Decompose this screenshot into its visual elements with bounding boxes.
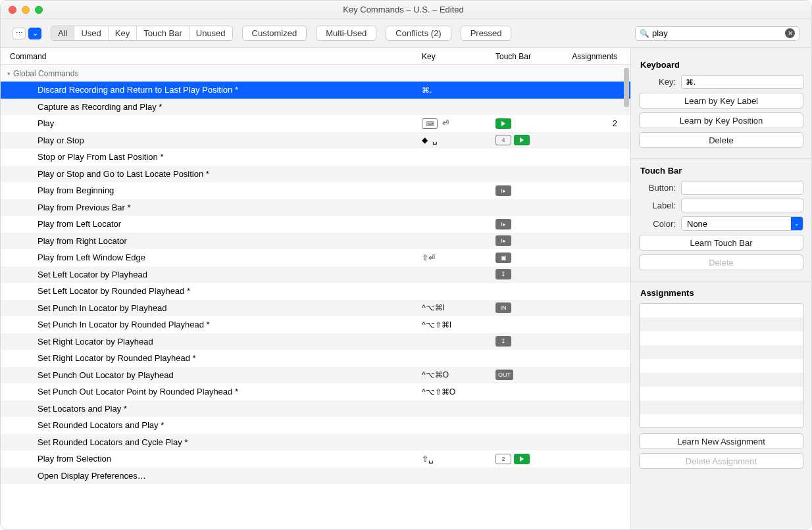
group-row[interactable]: ▾Global Commands — [1, 65, 630, 82]
command-name: Play — [38, 118, 422, 128]
filter-all[interactable]: All — [51, 26, 74, 40]
touchbar-locator-icon: ↧ — [495, 269, 511, 279]
command-name: Set Punch In Locator by Rounded Playhead… — [38, 320, 422, 329]
touchbar-section-title: Touch Bar — [640, 166, 803, 176]
key-stack-icon: ◆ — [422, 135, 428, 145]
table-body: ▾Global CommandsDiscard Recording and Re… — [1, 65, 630, 529]
label-label: Label: — [639, 201, 676, 210]
delete-touchbar-button[interactable]: Delete — [639, 254, 803, 270]
key-shortcut: ◆ ␣ — [422, 135, 495, 145]
table-row[interactable]: Capture as Recording and Play * — [1, 99, 630, 116]
close-button[interactable] — [9, 6, 16, 14]
filter-used[interactable]: Used — [74, 26, 108, 40]
learn-key-label-button[interactable]: Learn by Key Label — [639, 93, 803, 108]
assignments-list[interactable] — [639, 303, 803, 428]
multi-used-button[interactable]: Multi-Used — [316, 26, 376, 41]
command-name: Play from Left Locator — [38, 219, 422, 229]
touchbar-screen-icon: ▣ — [495, 253, 511, 263]
inspector-panel: Keyboard Key: ⌘. Learn by Key Label Lear… — [631, 48, 811, 529]
table-row[interactable]: Play from Right LocatorI▸ — [1, 233, 630, 250]
column-assignments[interactable]: Assignments — [568, 52, 630, 61]
table-row[interactable]: Discard Recording and Return to Last Pla… — [1, 82, 630, 99]
learn-touchbar-button[interactable]: Learn Touch Bar — [639, 235, 803, 251]
column-key[interactable]: Key — [422, 52, 495, 61]
delete-assignment-button[interactable]: Delete Assignment — [639, 453, 803, 469]
key-shortcut: ⌘. — [422, 85, 495, 95]
disclosure-triangle-icon: ▾ — [7, 70, 11, 77]
touchbar-in-icon: IN — [495, 302, 511, 313]
pressed-button[interactable]: Pressed — [461, 26, 512, 41]
command-name: Set Right Locator by Playhead — [38, 337, 422, 347]
scrollbar[interactable] — [624, 68, 629, 107]
assignments-section-title: Assignments — [640, 288, 803, 298]
table-row[interactable]: Set Punch Out Locator Point by Rounded P… — [1, 383, 630, 400]
touchbar-box-icon: 4 — [495, 135, 511, 145]
minimize-button[interactable] — [22, 6, 30, 14]
table-row[interactable]: Play from Left Window Edge⇧⏎▣ — [1, 249, 630, 266]
key-shortcut: ⇧␣ — [422, 454, 495, 464]
conflicts-button[interactable]: Conflicts (2) — [386, 26, 451, 41]
key-label: Key: — [639, 77, 676, 87]
key-field[interactable]: ⌘. — [681, 75, 803, 89]
filter-unused[interactable]: Unused — [190, 26, 232, 40]
filter-key[interactable]: Key — [109, 26, 137, 40]
color-label: Color: — [639, 219, 676, 229]
table-row[interactable]: Set Left Locator by Rounded Playhead * — [1, 283, 630, 300]
table-row[interactable]: Set Right Locator by Rounded Playhead * — [1, 350, 630, 367]
button-field[interactable] — [681, 181, 803, 195]
touchbar-cell: ▣ — [495, 253, 568, 263]
touchbar-play-icon: I▸ — [495, 235, 511, 246]
table-row[interactable]: Set Punch Out Locator by Playhead^⌥⌘OOUT — [1, 367, 630, 384]
table-row[interactable]: Play from Left LocatorI▸ — [1, 216, 630, 233]
table-row[interactable]: Play from BeginningI▸ — [1, 182, 630, 199]
touchbar-locator-icon: ↧ — [495, 336, 511, 347]
group-label: Global Commands — [13, 69, 78, 78]
table-row[interactable]: Stop or Play From Last Position * — [1, 149, 630, 166]
column-touch[interactable]: Touch Bar — [495, 52, 568, 61]
touchbar-cell: 4 — [495, 135, 568, 145]
search-field[interactable]: 🔍 ✕ — [635, 26, 799, 41]
touchbar-out-icon: OUT — [495, 370, 513, 380]
table-row[interactable]: Play or Stop and Go to Last Locate Posit… — [1, 166, 630, 183]
table-row[interactable]: Set Rounded Locators and Cycle Play * — [1, 434, 630, 451]
learn-key-position-button[interactable]: Learn by Key Position — [639, 112, 803, 128]
command-name: Play from Left Window Edge — [38, 253, 422, 262]
search-input[interactable] — [652, 28, 782, 38]
table-row[interactable]: Set Locators and Play * — [1, 400, 630, 418]
command-name: Set Punch Out Locator by Playhead — [38, 370, 422, 380]
table-row[interactable]: Set Right Locator by Playhead↧ — [1, 333, 630, 350]
table-row[interactable]: Play or Stop◆ ␣4 — [1, 132, 630, 149]
command-name: Stop or Play From Last Position * — [38, 152, 422, 162]
color-select[interactable]: None ⌄ — [681, 216, 803, 231]
clear-search-icon[interactable]: ✕ — [785, 28, 795, 38]
command-name: Play from Right Locator — [38, 236, 422, 246]
options-menu-button[interactable]: ⋯ — [13, 28, 26, 39]
touchbar-cell: ↧ — [495, 269, 568, 279]
key-shortcut: ⇧⏎ — [422, 253, 495, 262]
table-row[interactable]: Set Rounded Locators and Play * — [1, 417, 630, 434]
learn-assignment-button[interactable]: Learn New Assignment — [639, 433, 803, 449]
command-name: Play from Beginning — [38, 185, 422, 195]
search-icon: 🔍 — [640, 29, 649, 38]
key-shortcut: ^⌥⇧⌘I — [422, 320, 495, 329]
customized-button[interactable]: Customized — [242, 26, 307, 41]
filter-touch[interactable]: Touch Bar — [137, 26, 190, 40]
table-row[interactable]: Set Left Locator by Playhead↧ — [1, 266, 630, 283]
table-row[interactable]: Open Display Preferences… — [1, 468, 630, 485]
touchbar-play-icon — [514, 135, 530, 145]
touchbar-cell: I▸ — [495, 219, 568, 229]
table-row[interactable]: Set Punch In Locator by Rounded Playhead… — [1, 316, 630, 333]
table-row[interactable]: Play⌨ ⏎2 — [1, 115, 630, 132]
table-row[interactable]: Play from Previous Bar * — [1, 199, 630, 216]
zoom-button[interactable] — [35, 6, 43, 14]
options-dropdown-icon[interactable]: ⌄ — [28, 28, 41, 39]
label-field[interactable] — [681, 199, 803, 212]
delete-key-button[interactable]: Delete — [639, 132, 803, 148]
touchbar-play-icon — [514, 454, 530, 464]
table-row[interactable]: Set Punch In Locator by Playhead^⌥⌘IIN — [1, 300, 630, 317]
table-row[interactable]: Play from Selection⇧␣2 — [1, 450, 630, 468]
table-header: Command Key Touch Bar Assignments — [1, 48, 630, 65]
assignments-count: 2 — [568, 118, 630, 128]
touchbar-cell: I▸ — [495, 235, 568, 246]
column-command[interactable]: Command — [10, 52, 422, 61]
